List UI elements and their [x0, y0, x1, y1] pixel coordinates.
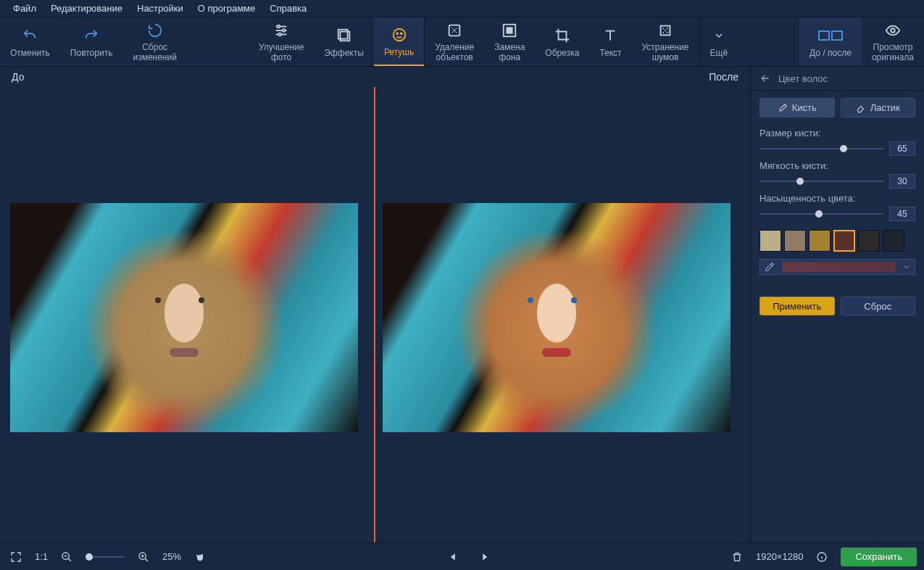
background-icon — [501, 21, 517, 40]
delete-button[interactable] — [728, 548, 746, 566]
svg-point-15 — [662, 28, 664, 30]
brush-size-slider[interactable] — [759, 143, 883, 154]
svg-point-18 — [662, 32, 664, 33]
after-label: После — [709, 71, 738, 83]
zoom-slider[interactable] — [86, 556, 125, 558]
eraser-tab[interactable]: Ластик — [841, 98, 916, 117]
swatch-3[interactable] — [833, 230, 855, 252]
color-saturation-slider[interactable] — [759, 208, 883, 220]
menu-file[interactable]: Файл — [6, 1, 43, 16]
eraser-tool-icon — [856, 103, 866, 113]
compare-icon — [818, 26, 843, 45]
canvas: До После — [0, 67, 750, 542]
background-replace-button[interactable]: Замена фона — [484, 17, 535, 66]
undo-icon — [22, 26, 38, 45]
effects-button[interactable]: Эффекты — [314, 17, 374, 66]
panel-title: Цвет волос — [778, 73, 828, 84]
enhance-button[interactable]: Улучшение фото — [249, 17, 314, 66]
noise-icon — [657, 21, 673, 40]
color-picker-bar[interactable] — [759, 259, 915, 275]
undo-button[interactable]: Отменить — [0, 17, 60, 66]
eyedropper-icon[interactable] — [760, 262, 779, 272]
svg-rect-21 — [832, 31, 842, 40]
menu-edit[interactable]: Редактирование — [43, 1, 130, 16]
hand-tool-button[interactable] — [191, 548, 209, 566]
text-icon — [602, 26, 618, 45]
swatch-5[interactable] — [883, 230, 904, 252]
brush-softness-slider[interactable] — [759, 175, 883, 187]
swatch-1[interactable] — [784, 230, 806, 252]
crop-icon — [554, 26, 570, 45]
info-button[interactable] — [813, 548, 831, 566]
before-after-toggle[interactable]: До / после — [799, 17, 862, 66]
face-icon — [391, 25, 407, 44]
toolbar: Отменить Повторить Сброс изменений Улучш… — [0, 17, 924, 67]
swatch-0[interactable] — [759, 230, 781, 252]
zoom-in-button[interactable] — [135, 548, 152, 566]
eraser-icon — [446, 21, 462, 40]
main: До После — [0, 67, 924, 542]
reset-button[interactable]: Сброс — [841, 297, 916, 315]
svg-point-16 — [667, 28, 668, 30]
retouch-button[interactable]: Ретушь — [374, 17, 424, 66]
menu-help[interactable]: Справка — [262, 1, 314, 16]
svg-point-3 — [278, 25, 280, 28]
text-button[interactable]: Текст — [589, 17, 631, 66]
brush-softness-value[interactable]: 30 — [889, 174, 915, 189]
redo-button[interactable]: Повторить — [60, 17, 123, 66]
prev-button[interactable] — [445, 548, 462, 566]
sliders-icon — [273, 21, 289, 40]
svg-point-17 — [665, 30, 666, 31]
apply-button[interactable]: Применить — [759, 297, 835, 315]
back-button[interactable] — [759, 73, 771, 84]
image-after[interactable] — [383, 203, 731, 432]
menu-settings[interactable]: Настройки — [130, 1, 191, 16]
eye-icon — [885, 21, 901, 40]
svg-point-8 — [393, 28, 405, 41]
denoise-button[interactable]: Устранение шумов — [632, 17, 699, 66]
swatch-4[interactable] — [858, 230, 880, 252]
save-button[interactable]: Сохранить — [841, 548, 917, 566]
svg-point-22 — [891, 29, 895, 33]
image-before[interactable] — [10, 203, 358, 432]
color-saturation-value[interactable]: 45 — [889, 207, 915, 221]
svg-point-19 — [667, 32, 668, 33]
svg-point-9 — [396, 33, 398, 34]
fullscreen-button[interactable] — [7, 548, 25, 566]
fit-actual-button[interactable]: 1:1 — [35, 551, 48, 562]
chevron-down-icon — [713, 26, 725, 45]
color-swatches — [751, 223, 924, 255]
before-label: До — [12, 71, 24, 83]
side-panel: Цвет волос Кисть Ластик Размер кисти: 65… — [750, 67, 924, 542]
brush-icon — [778, 103, 788, 113]
svg-point-5 — [278, 33, 281, 36]
svg-rect-20 — [819, 31, 829, 40]
compare-divider[interactable] — [374, 87, 375, 542]
crop-button[interactable]: Обрезка — [535, 17, 589, 66]
brush-tab[interactable]: Кисть — [759, 98, 835, 117]
next-button[interactable] — [475, 548, 493, 566]
menu-about[interactable]: О программе — [191, 1, 263, 16]
reset-changes-button[interactable]: Сброс изменений — [122, 17, 186, 66]
bottombar: 1:1 25% 1920×1280 Сохранить — [0, 542, 924, 570]
svg-point-10 — [400, 33, 401, 34]
svg-rect-13 — [507, 28, 512, 33]
color-saturation-label: Насыщенность цвета: — [759, 193, 915, 204]
zoom-out-button[interactable] — [58, 548, 75, 566]
view-original-button[interactable]: Просмотр оригинала — [862, 17, 924, 66]
stack-icon — [336, 26, 352, 45]
color-strip[interactable] — [782, 262, 896, 272]
svg-point-4 — [283, 29, 286, 32]
brush-softness-label: Мягкость кисти: — [759, 160, 915, 171]
image-dimensions: 1920×1280 — [756, 551, 803, 562]
zoom-percent: 25% — [162, 551, 181, 562]
redo-icon — [83, 26, 99, 45]
brush-size-label: Размер кисти: — [759, 128, 915, 139]
more-button[interactable]: Ещё — [700, 17, 738, 66]
swatch-2[interactable] — [809, 230, 831, 252]
brush-size-value[interactable]: 65 — [889, 141, 915, 156]
object-removal-button[interactable]: Удаление объектов — [425, 17, 484, 66]
reset-icon — [147, 21, 163, 40]
menubar: Файл Редактирование Настройки О программ… — [0, 0, 924, 17]
color-dropdown[interactable] — [899, 263, 915, 271]
